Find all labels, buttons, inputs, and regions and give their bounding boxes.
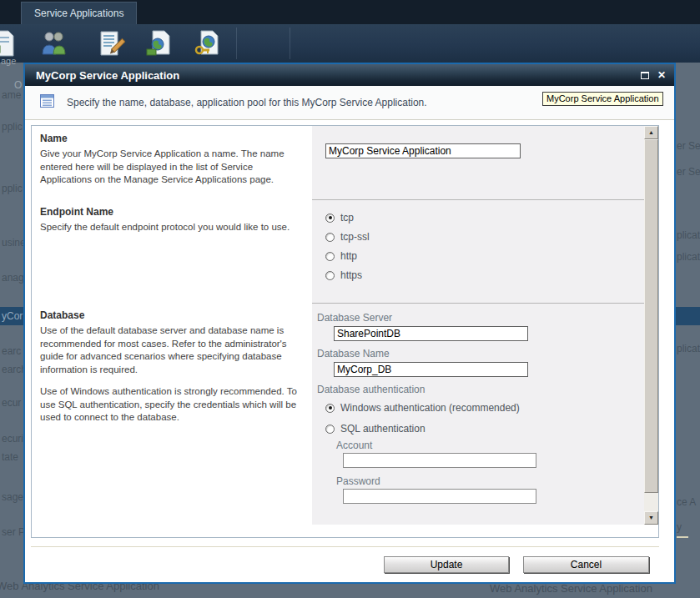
dialog-form: Name Give your MyCorp Service Applicatio…: [31, 125, 659, 538]
account-label: Account: [336, 440, 372, 451]
bg-text-fragment: usine: [2, 237, 26, 249]
bg-text-fragment: ecuri: [2, 433, 23, 445]
bg-text-fragment: ce A: [677, 496, 696, 508]
radio-button-icon: [325, 425, 335, 434]
list-table-icon: [40, 94, 54, 111]
section-endpoint-text: Specify the default endpoint protocol yo…: [40, 221, 300, 234]
bg-text-fragment: pplic: [2, 183, 23, 194]
footer-divider: [31, 546, 659, 547]
bg-text-fragment: ecur: [2, 397, 21, 409]
radio-button-icon: [325, 271, 335, 280]
screen: O ame pplic pplic usine anag yCor earc e…: [0, 0, 700, 598]
bg-text-fragment: sage: [2, 491, 23, 503]
ribbon: [0, 24, 700, 63]
radio-windows-auth-label: Windows authentication (recommended): [340, 402, 520, 414]
radio-tcp-ssl[interactable]: tcp-ssl: [325, 231, 370, 243]
section-database-title: Database: [40, 309, 300, 321]
radio-http[interactable]: http: [325, 250, 357, 262]
bg-text-fragment-selected: yCor: [2, 310, 23, 322]
radio-sql-authentication[interactable]: SQL authentication: [325, 423, 426, 435]
publish-document-icon[interactable]: [144, 29, 173, 59]
cancel-button[interactable]: Cancel: [523, 556, 649, 573]
section-database-description: Database Use of the default database ser…: [32, 303, 312, 525]
database-name-input[interactable]: [334, 362, 528, 377]
edit-list-icon[interactable]: [97, 29, 125, 59]
bg-text-fragment: pplic: [2, 121, 23, 133]
scrollbar-thumb[interactable]: [644, 139, 658, 493]
bg-text-fragment: plicatio: [677, 251, 700, 263]
users-icon[interactable]: [39, 29, 68, 59]
mycorp-service-application-dialog: MyCorp Service Application ✕ Specify the…: [23, 63, 676, 584]
radio-tcp[interactable]: tcp: [325, 212, 354, 224]
account-input[interactable]: [343, 453, 536, 468]
password-label: Password: [336, 475, 380, 487]
radio-http-label: http: [340, 250, 357, 262]
dialog-description-text: Specify the name, database, application …: [67, 97, 427, 108]
tooltip: MyCorp Service Application: [542, 92, 663, 106]
ribbon-group-label-fragment: age: [1, 56, 16, 66]
radio-button-icon: [325, 252, 335, 261]
maximize-icon[interactable]: [641, 72, 649, 79]
section-name-title: Name: [40, 133, 300, 144]
bg-text-fragment: er Se: [677, 140, 700, 152]
radio-tcp-ssl-label: tcp-ssl: [340, 231, 370, 243]
bg-text-fragment: plicatio: [677, 229, 700, 241]
scroll-up-icon[interactable]: ▲: [644, 126, 658, 139]
database-server-input[interactable]: [334, 326, 528, 341]
section-name-description: Name Give your MyCorp Service Applicatio…: [32, 126, 312, 199]
section-endpoint-title: Endpoint Name: [40, 206, 300, 218]
radio-button-icon: [325, 404, 335, 413]
section-database-text-2: Use of Windows authentication is strongl…: [40, 385, 300, 425]
section-name-text: Give your MyCorp Service Application a n…: [40, 148, 300, 187]
section-endpoint-description: Endpoint Name Specify the default endpoi…: [32, 199, 312, 303]
bg-text-fragment: tate: [2, 451, 18, 463]
database-name-label: Database Name: [317, 348, 390, 359]
bg-link-web-analytics-right: Web Analytics Service Application: [490, 582, 652, 595]
bg-text-fragment: y: [677, 521, 682, 533]
bg-text-fragment: earc: [2, 345, 21, 357]
tab-service-applications[interactable]: Service Applications: [21, 2, 137, 24]
permissions-document-icon[interactable]: [193, 29, 221, 59]
radio-sql-auth-label: SQL authentication: [340, 423, 426, 435]
dialog-title: MyCorp Service Application: [36, 69, 179, 82]
bg-text-fragment: ser P: [2, 526, 25, 538]
bg-divider-fragment: [677, 536, 688, 538]
scroll-down-icon[interactable]: ▼: [644, 511, 658, 525]
bg-text-fragment: ame: [2, 89, 21, 101]
password-input[interactable]: [343, 489, 536, 504]
update-button[interactable]: Update: [384, 556, 509, 573]
section-database-text-1: Use of the default database server and d…: [40, 324, 300, 376]
radio-button-icon: [325, 233, 335, 242]
radio-windows-authentication[interactable]: Windows authentication (recommended): [325, 402, 520, 414]
radio-button-icon: [325, 214, 335, 223]
radio-tcp-label: tcp: [340, 212, 354, 224]
database-authentication-label: Database authentication: [317, 384, 425, 395]
database-server-label: Database Server: [317, 312, 392, 324]
service-application-name-input[interactable]: [325, 143, 521, 158]
ribbon-separator: [290, 28, 290, 59]
bg-text-fragment: er Se: [677, 166, 700, 178]
radio-https-label: https: [340, 269, 362, 281]
bg-text-fragment: plicatio: [677, 343, 700, 354]
bg-text-fragment: anag: [2, 272, 24, 284]
close-icon[interactable]: ✕: [657, 70, 666, 80]
ribbon-separator: [236, 28, 237, 59]
form-scrollbar[interactable]: ▲ ▼: [644, 126, 658, 525]
dialog-titlebar: MyCorp Service Application ✕: [25, 64, 674, 86]
ribbon-tab-bar: Service Applications: [0, 0, 700, 24]
radio-https[interactable]: https: [325, 269, 362, 281]
manage-icon-partial[interactable]: [0, 29, 18, 59]
